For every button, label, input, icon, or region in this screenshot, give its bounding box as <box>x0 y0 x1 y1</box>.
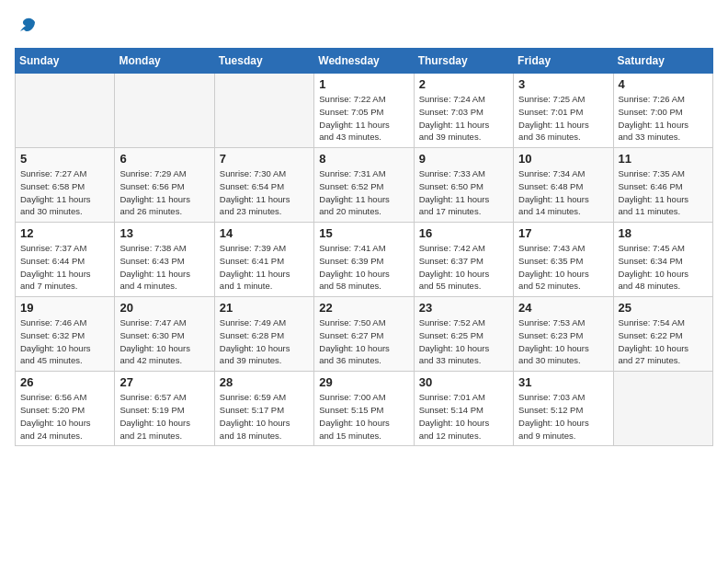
day-info: Sunrise: 6:57 AM Sunset: 5:19 PM Dayligh… <box>119 391 209 442</box>
day-info: Sunrise: 7:52 AM Sunset: 6:25 PM Dayligh… <box>419 316 508 367</box>
calendar-cell: 24Sunrise: 7:53 AM Sunset: 6:23 PM Dayli… <box>514 297 613 372</box>
calendar-cell: 2Sunrise: 7:24 AM Sunset: 7:03 PM Daylig… <box>414 74 513 148</box>
day-info: Sunrise: 7:25 AM Sunset: 7:01 PM Dayligh… <box>518 93 608 144</box>
col-header-wednesday: Wednesday <box>314 49 414 74</box>
calendar-cell: 11Sunrise: 7:35 AM Sunset: 6:46 PM Dayli… <box>613 148 712 223</box>
calendar-table: SundayMondayTuesdayWednesdayThursdayFrid… <box>15 48 713 446</box>
day-info: Sunrise: 7:35 AM Sunset: 6:46 PM Dayligh… <box>619 167 708 218</box>
calendar-cell: 4Sunrise: 7:26 AM Sunset: 7:00 PM Daylig… <box>613 74 712 148</box>
col-header-friday: Friday <box>514 49 613 74</box>
calendar-cell: 13Sunrise: 7:38 AM Sunset: 6:43 PM Dayli… <box>115 223 214 297</box>
calendar-cell <box>16 74 115 148</box>
calendar-week-4: 19Sunrise: 7:46 AM Sunset: 6:32 PM Dayli… <box>16 297 713 372</box>
day-number: 11 <box>619 152 708 166</box>
day-info: Sunrise: 6:59 AM Sunset: 5:17 PM Dayligh… <box>220 391 309 442</box>
day-number: 19 <box>20 301 109 315</box>
day-info: Sunrise: 7:31 AM Sunset: 6:52 PM Dayligh… <box>319 167 408 218</box>
calendar-cell: 8Sunrise: 7:31 AM Sunset: 6:52 PM Daylig… <box>314 148 414 223</box>
day-info: Sunrise: 7:30 AM Sunset: 6:54 PM Dayligh… <box>220 167 309 218</box>
calendar-cell: 6Sunrise: 7:29 AM Sunset: 6:56 PM Daylig… <box>115 148 214 223</box>
day-number: 5 <box>20 152 109 166</box>
calendar-cell: 20Sunrise: 7:47 AM Sunset: 6:30 PM Dayli… <box>115 297 214 372</box>
day-number: 16 <box>419 226 508 240</box>
calendar-cell: 10Sunrise: 7:34 AM Sunset: 6:48 PM Dayli… <box>514 148 613 223</box>
day-info: Sunrise: 7:24 AM Sunset: 7:03 PM Dayligh… <box>419 93 508 144</box>
calendar-cell: 29Sunrise: 7:00 AM Sunset: 5:15 PM Dayli… <box>314 372 414 446</box>
day-info: Sunrise: 7:38 AM Sunset: 6:43 PM Dayligh… <box>119 242 209 293</box>
day-number: 31 <box>518 375 608 389</box>
day-number: 20 <box>119 301 209 315</box>
day-number: 27 <box>119 375 209 389</box>
day-info: Sunrise: 7:41 AM Sunset: 6:39 PM Dayligh… <box>319 242 408 293</box>
calendar-cell: 30Sunrise: 7:01 AM Sunset: 5:14 PM Dayli… <box>414 372 513 446</box>
day-number: 25 <box>619 301 708 315</box>
day-info: Sunrise: 7:33 AM Sunset: 6:50 PM Dayligh… <box>419 167 508 218</box>
day-number: 1 <box>319 77 408 91</box>
day-info: Sunrise: 7:27 AM Sunset: 6:58 PM Dayligh… <box>20 167 109 218</box>
day-number: 17 <box>518 226 608 240</box>
day-info: Sunrise: 7:43 AM Sunset: 6:35 PM Dayligh… <box>518 242 608 293</box>
day-info: Sunrise: 7:53 AM Sunset: 6:23 PM Dayligh… <box>518 316 608 367</box>
day-number: 10 <box>518 152 608 166</box>
calendar-week-2: 5Sunrise: 7:27 AM Sunset: 6:58 PM Daylig… <box>16 148 713 223</box>
day-number: 21 <box>220 301 309 315</box>
day-number: 8 <box>319 152 408 166</box>
col-header-sunday: Sunday <box>16 49 115 74</box>
calendar-cell: 28Sunrise: 6:59 AM Sunset: 5:17 PM Dayli… <box>214 372 313 446</box>
day-info: Sunrise: 7:00 AM Sunset: 5:15 PM Dayligh… <box>319 391 408 442</box>
calendar-cell: 21Sunrise: 7:49 AM Sunset: 6:28 PM Dayli… <box>214 297 313 372</box>
day-number: 7 <box>220 152 309 166</box>
calendar-cell: 31Sunrise: 7:03 AM Sunset: 5:12 PM Dayli… <box>514 372 613 446</box>
day-info: Sunrise: 7:39 AM Sunset: 6:41 PM Dayligh… <box>220 242 309 293</box>
col-header-monday: Monday <box>115 49 214 74</box>
calendar-cell: 26Sunrise: 6:56 AM Sunset: 5:20 PM Dayli… <box>16 372 115 446</box>
calendar-cell: 5Sunrise: 7:27 AM Sunset: 6:58 PM Daylig… <box>16 148 115 223</box>
calendar-cell: 3Sunrise: 7:25 AM Sunset: 7:01 PM Daylig… <box>514 74 613 148</box>
calendar-cell: 27Sunrise: 6:57 AM Sunset: 5:19 PM Dayli… <box>115 372 214 446</box>
day-info: Sunrise: 7:50 AM Sunset: 6:27 PM Dayligh… <box>319 316 408 367</box>
day-info: Sunrise: 7:42 AM Sunset: 6:37 PM Dayligh… <box>419 242 508 293</box>
calendar-cell: 1Sunrise: 7:22 AM Sunset: 7:05 PM Daylig… <box>314 74 414 148</box>
day-number: 26 <box>20 375 109 389</box>
day-number: 29 <box>319 375 408 389</box>
calendar-week-1: 1Sunrise: 7:22 AM Sunset: 7:05 PM Daylig… <box>16 74 713 148</box>
day-number: 24 <box>518 301 608 315</box>
day-number: 22 <box>319 301 408 315</box>
calendar-cell: 23Sunrise: 7:52 AM Sunset: 6:25 PM Dayli… <box>414 297 513 372</box>
calendar-cell: 19Sunrise: 7:46 AM Sunset: 6:32 PM Dayli… <box>16 297 115 372</box>
calendar-cell: 9Sunrise: 7:33 AM Sunset: 6:50 PM Daylig… <box>414 148 513 223</box>
day-info: Sunrise: 7:03 AM Sunset: 5:12 PM Dayligh… <box>518 391 608 442</box>
day-number: 28 <box>220 375 309 389</box>
logo-bird-icon <box>17 15 39 37</box>
day-number: 15 <box>319 226 408 240</box>
day-info: Sunrise: 7:46 AM Sunset: 6:32 PM Dayligh… <box>20 316 109 367</box>
day-info: Sunrise: 7:54 AM Sunset: 6:22 PM Dayligh… <box>619 316 708 367</box>
calendar-header-row: SundayMondayTuesdayWednesdayThursdayFrid… <box>16 49 713 74</box>
calendar-cell: 15Sunrise: 7:41 AM Sunset: 6:39 PM Dayli… <box>314 223 414 297</box>
calendar-week-3: 12Sunrise: 7:37 AM Sunset: 6:44 PM Dayli… <box>16 223 713 297</box>
day-info: Sunrise: 7:37 AM Sunset: 6:44 PM Dayligh… <box>20 242 109 293</box>
col-header-saturday: Saturday <box>613 49 712 74</box>
day-info: Sunrise: 7:01 AM Sunset: 5:14 PM Dayligh… <box>419 391 508 442</box>
calendar-cell <box>613 372 712 446</box>
day-number: 6 <box>119 152 209 166</box>
day-number: 12 <box>20 226 109 240</box>
day-number: 18 <box>619 226 708 240</box>
calendar-cell: 7Sunrise: 7:30 AM Sunset: 6:54 PM Daylig… <box>214 148 313 223</box>
day-number: 3 <box>518 77 608 91</box>
calendar-cell: 14Sunrise: 7:39 AM Sunset: 6:41 PM Dayli… <box>214 223 313 297</box>
col-header-tuesday: Tuesday <box>214 49 313 74</box>
day-info: Sunrise: 7:22 AM Sunset: 7:05 PM Dayligh… <box>319 93 408 144</box>
day-info: Sunrise: 7:47 AM Sunset: 6:30 PM Dayligh… <box>119 316 209 367</box>
calendar-cell <box>115 74 214 148</box>
day-info: Sunrise: 7:34 AM Sunset: 6:48 PM Dayligh… <box>518 167 608 218</box>
day-number: 2 <box>419 77 508 91</box>
calendar-cell: 17Sunrise: 7:43 AM Sunset: 6:35 PM Dayli… <box>514 223 613 297</box>
day-number: 23 <box>419 301 508 315</box>
day-info: Sunrise: 7:26 AM Sunset: 7:00 PM Dayligh… <box>619 93 708 144</box>
day-info: Sunrise: 6:56 AM Sunset: 5:20 PM Dayligh… <box>20 391 109 442</box>
calendar-cell: 12Sunrise: 7:37 AM Sunset: 6:44 PM Dayli… <box>16 223 115 297</box>
calendar-cell: 16Sunrise: 7:42 AM Sunset: 6:37 PM Dayli… <box>414 223 513 297</box>
col-header-thursday: Thursday <box>414 49 513 74</box>
logo <box>15 15 39 37</box>
